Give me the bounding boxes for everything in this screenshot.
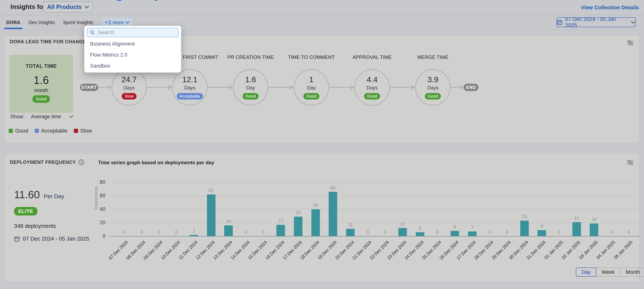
widget-settings-icon[interactable]	[626, 159, 634, 166]
bar-value-label: 29	[290, 210, 307, 215]
total-time-value: 1.6	[34, 74, 49, 86]
bar-value-label: 0	[168, 230, 185, 235]
chevron-down-icon	[125, 21, 130, 24]
bar-value-label: 7	[464, 225, 481, 230]
x-axis-label: 26 Dec 2024	[426, 240, 460, 273]
bar-value-label: 12	[394, 222, 411, 227]
tab-dev-insights[interactable]: Dev Insights	[26, 15, 57, 30]
bar-value-label: 0	[498, 230, 516, 235]
flow-arrow	[390, 85, 415, 90]
granularity-day[interactable]: Day	[576, 268, 596, 277]
chart-bar-03-jan-2025[interactable]	[590, 224, 598, 236]
stage-circle-pr-creation-time[interactable]: 1.6DayGood	[233, 69, 268, 106]
chart-bar-12-dec-2024[interactable]	[207, 194, 216, 236]
gridline	[110, 209, 639, 210]
stage-circle-time-to-comment[interactable]: 1DayGood	[294, 69, 329, 106]
chart-bar-23-dec-2024[interactable]	[398, 228, 407, 236]
flow-arrow	[451, 85, 463, 90]
view-collection-details-link[interactable]: View Collection Details	[581, 4, 639, 11]
x-axis-line	[110, 236, 639, 236]
stage-circle-time-to-first-commit[interactable]: 12.1DaysAcceptable	[172, 69, 208, 106]
collection-selector-label: All Products	[47, 4, 82, 10]
x-axis-label: 23 Dec 2024	[374, 240, 408, 273]
bar-value-label: 0	[481, 230, 498, 235]
chart-bar-17-dec-2024[interactable]	[294, 217, 302, 236]
chart-bar-27-dec-2024[interactable]	[468, 232, 476, 236]
bar-value-label: 0	[551, 230, 568, 235]
x-axis-label: 24 Dec 2024	[392, 240, 425, 273]
chart-bar-02-jan-2025[interactable]	[572, 222, 581, 236]
total-time-rating-badge: Good	[32, 95, 50, 103]
bar-value-label: 6	[412, 226, 428, 231]
stage-rating-badge: Good	[243, 93, 258, 100]
chart-bar-18-dec-2024[interactable]	[311, 209, 320, 236]
bar-value-label: 0	[133, 230, 150, 235]
elite-badge: ELITE	[14, 207, 38, 216]
dropdown-search-input[interactable]	[97, 29, 176, 36]
x-axis-label: 11 Dec 2024	[165, 240, 198, 273]
stage-circle-approval-time[interactable]: 4.4DaysGood	[354, 69, 390, 106]
stage-circle-merge-time[interactable]: 3.9DaysGood	[415, 69, 450, 106]
gridline	[110, 196, 639, 196]
x-axis-label: 08 Dec 2024	[113, 240, 146, 273]
chart-bar-19-dec-2024[interactable]	[329, 192, 337, 236]
bar-value-label: 0	[238, 230, 254, 235]
clipped-top-link-fragment	[116, 0, 122, 1]
dropdown-item-sandbox[interactable]: Sandbox	[90, 63, 110, 69]
stat-date-range-label: 07 Dec 2024 - 05 Jan 2025	[23, 236, 89, 242]
chart-bar-13-dec-2024[interactable]	[224, 226, 233, 236]
chevron-down-icon[interactable]	[69, 115, 74, 118]
stage-unit: Days	[184, 85, 195, 91]
bar-value-label: 0	[603, 230, 620, 235]
y-axis-tick: 20	[92, 220, 105, 226]
x-axis-label: 25 Dec 2024	[409, 240, 442, 273]
more-tabs-dropdown: Business AlignmentFlow Metrics 2.0Sandbo…	[84, 26, 181, 72]
collection-selector-button[interactable]: All Products	[43, 2, 93, 12]
x-axis-label: 21 Dec 2024	[340, 240, 373, 273]
x-axis-label: 28 Dec 2024	[461, 240, 494, 273]
x-axis-label: 09 Dec 2024	[130, 240, 164, 273]
legend-item-good: Good	[9, 128, 28, 134]
bar-value-label: 40	[307, 203, 324, 208]
total-time-card: TOTAL TIME 1.6 month Good	[10, 55, 73, 113]
calendar-icon	[14, 236, 20, 242]
flow-end-badge: END	[464, 84, 478, 91]
dropdown-item-flow-metrics-2-0[interactable]: Flow Metrics 2.0	[90, 52, 128, 58]
flow-arrow	[208, 85, 232, 90]
chart-bar-16-dec-2024[interactable]	[276, 225, 285, 236]
more-tabs-button[interactable]: +3 more	[102, 18, 132, 27]
show-metric-select[interactable]: Average time	[31, 114, 69, 120]
chart-bar-26-dec-2024[interactable]	[450, 231, 459, 236]
widget-settings-icon[interactable]	[626, 39, 634, 46]
chevron-down-icon	[631, 21, 636, 24]
stage-value: 12.1	[182, 75, 198, 84]
y-axis-tick: 60	[92, 193, 105, 198]
dropdown-item-business-alignment[interactable]: Business Alignment	[90, 41, 135, 47]
deployments-bar-chart: 020406080007 Dec 2024008 Dec 2024009 Dec…	[110, 179, 639, 236]
bar-value-label: 19	[586, 217, 602, 222]
y-axis-tick: 0	[92, 233, 105, 239]
stage-unit: Day	[307, 85, 316, 91]
legend-swatch	[35, 129, 39, 133]
tab-dora[interactable]: DORA	[4, 15, 22, 30]
date-range-picker[interactable]: 07 Dec 2024 - 05 Jan 2025	[556, 17, 636, 27]
legend-swatch	[9, 129, 13, 133]
chart-bar-24-dec-2024[interactable]	[416, 232, 424, 236]
info-icon[interactable]	[78, 159, 84, 165]
bar-value-label: 0	[620, 230, 637, 235]
stage-unit: Days	[427, 85, 438, 91]
chart-bar-31-dec-2024[interactable]	[538, 230, 546, 236]
x-axis-label: 01 Jan 2025	[531, 240, 564, 273]
chart-bar-30-dec-2024[interactable]	[520, 221, 529, 236]
stage-circle-lead-time[interactable]: 24.7DaysSlow	[112, 69, 147, 106]
granularity-month[interactable]: Month	[620, 268, 644, 277]
stage-header-pr-creation-time: PR CREATION TIME	[222, 54, 279, 60]
stage-rating-badge: Good	[304, 93, 319, 100]
x-axis-label: 27 Dec 2024	[444, 240, 477, 273]
stat-date-range: 07 Dec 2024 - 05 Jan 2025	[14, 236, 89, 242]
x-axis-label: 30 Dec 2024	[496, 240, 529, 273]
chart-bar-20-dec-2024[interactable]	[346, 229, 355, 236]
granularity-week[interactable]: Week	[596, 268, 620, 277]
x-axis-label: 13 Dec 2024	[200, 240, 233, 273]
flow-arrow	[269, 85, 293, 90]
